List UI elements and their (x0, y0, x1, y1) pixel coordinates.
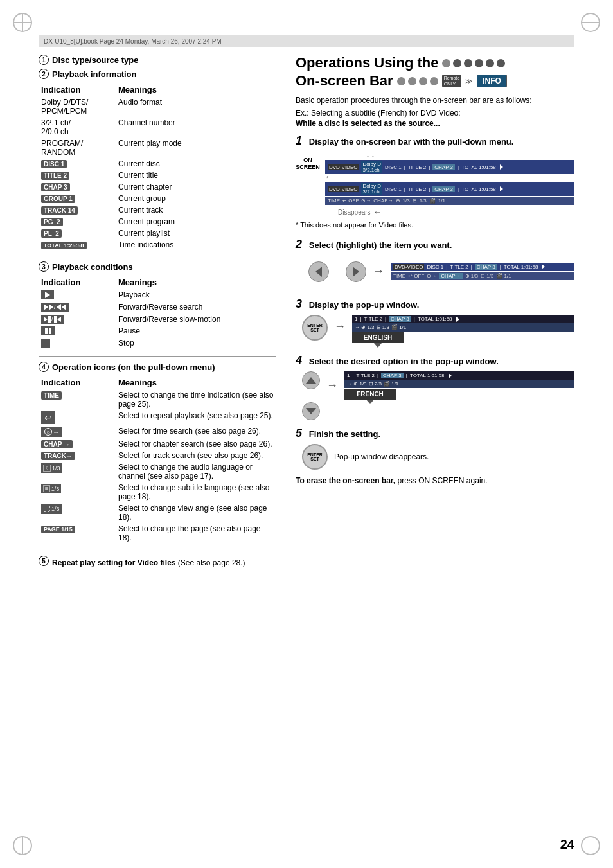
corner-mark-br (581, 836, 600, 855)
table-row: PROGRAM/RANDOM Current play mode (39, 137, 276, 158)
meaning-cell: Current disc (116, 158, 276, 170)
step-2: 2 Select (highlight) the item you want. (296, 238, 574, 291)
indicator-cell: TIME (39, 389, 116, 410)
meaning-cell: Audio format (116, 96, 276, 117)
ops-example: Ex.: Selecting a subtitle (French) for D… (296, 109, 574, 118)
popup-french: FRENCH (344, 389, 396, 400)
section-4-title: Operation icons (on the pull-down menu) (52, 362, 215, 372)
table-row: ↩ Select to repeat playback (see also pa… (39, 410, 276, 425)
ops-intro: Basic operation procedures through the o… (296, 94, 574, 106)
table-row: CHAP → Select for chapter search (see al… (39, 438, 276, 450)
section-3-table: Indication Meanings Playback (39, 276, 276, 351)
indicator-cell: CHAP 3 (39, 181, 116, 193)
table-row: ≡ 1/3 Select to change subtitle language… (39, 482, 276, 502)
step-4-instruction: Select the desired option in the pop-up … (309, 357, 499, 366)
indicator-cell: PROGRAM/RANDOM (39, 137, 116, 158)
meaning-cell: Current playlist (116, 227, 276, 239)
indicator-cell (39, 289, 116, 301)
ops-title-line1: Operations Using the (296, 55, 438, 71)
table-row: / Forward/Reverse slow-motion (39, 314, 276, 325)
step-3-popup: 1| TITLE 2| CHAP 3| TOTAL 1:01:58 → ⊕ 1/… (352, 315, 574, 348)
osd-bar-1: DVD-VIDEO Dolby D3/2.1ch DISC 1 | TITLE … (325, 160, 574, 174)
title-dot (408, 77, 416, 85)
section-4-header: 4 Operation icons (on the pull-down menu… (39, 362, 276, 372)
col-indication: Indication (39, 83, 116, 96)
meaning-cell: Time indications (116, 239, 276, 251)
title-dot (464, 59, 472, 67)
title-dot (419, 77, 427, 85)
step-1-illustration: ONSCREEN ↓ ↓ DVD-VIDEO Dolby D3/2.1ch (296, 152, 574, 217)
meaning-cell: Select to change the time indication (se… (116, 389, 276, 410)
step-3: 3 Display the pop-up window. ENTER SET →… (296, 297, 574, 348)
meaning-cell: Current track (116, 204, 276, 216)
down-arrow-btn[interactable] (302, 402, 320, 420)
meaning-cell: Select for track search (see also page 2… (116, 450, 276, 461)
indicator-cell: ⛶ 1/3 (39, 502, 116, 523)
indicator-cell: PL 2 (39, 227, 116, 239)
title-dot (397, 77, 405, 85)
disappears-label: Disappears ← (325, 207, 574, 217)
indicator-cell: ≡ 1/3 (39, 482, 116, 502)
indicator-cell: TRACK→ (39, 450, 116, 461)
table-row: ⛶ 1/3 Select to change view angle (see a… (39, 502, 276, 523)
section-2-num: 2 (39, 69, 49, 79)
step-5-illustration: ENTER SET Pop-up window disappears. (302, 444, 574, 470)
meaning-cell: Forward/Reverse slow-motion (116, 314, 276, 325)
title-dot (486, 59, 494, 67)
title-dot (430, 77, 438, 85)
title-dot (442, 59, 450, 67)
step-1-instruction: Display the on-screen bar with the pull-… (309, 137, 514, 146)
indicator-cell: Dolby D/DTS/PPCM/LPCM (39, 96, 116, 117)
meaning-cell: Playback (116, 289, 276, 301)
osd-bar-3: TIME ↩ OFF ⊙→ CHAP→ ⊕ 1/3 ⊟ 1/3 🎬 1/1 (325, 197, 574, 205)
step-4: 4 Select the desired option in the pop-u… (296, 354, 574, 420)
col-meanings: Meanings (116, 83, 276, 96)
table-row: TRACK 14 Current track (39, 204, 276, 216)
indicator-cell: PG 2 (39, 216, 116, 227)
table-row: PAGE 1/15 Select to change the page (see… (39, 523, 276, 544)
step-5-instruction: Finish the setting. (309, 429, 380, 439)
arrow-right-indicator: → (373, 265, 384, 278)
table-row: TITLE 2 Current title (39, 170, 276, 181)
section-2-table: Indication Meanings Dolby D/DTS/PPCM/LPC… (39, 83, 276, 251)
table-row: ♫ 1/3 Select to change the audio languag… (39, 461, 276, 482)
meaning-cell: Stop (116, 337, 276, 351)
left-arrow-btn[interactable] (308, 261, 329, 282)
indicator-cell: / (39, 301, 116, 314)
ops-title-block: Operations Using the On-screen Bar (296, 55, 574, 89)
erase-note-bold: To erase the on-screen bar, (296, 476, 395, 485)
arrow-indicator2: → (326, 379, 338, 393)
table-row: TRACK→ Select for track search (see also… (39, 450, 276, 461)
table-row: Playback (39, 289, 276, 301)
step-5-note: Pop-up window disappears. (334, 452, 429, 461)
section-4-num: 4 (39, 362, 49, 372)
table-row: PL 2 Current playlist (39, 227, 276, 239)
indicator-cell: CHAP → (39, 438, 116, 450)
indicator-cell: 3/2.1 ch/2/0.0 ch (39, 117, 116, 137)
step-1-num: 1 (296, 134, 302, 147)
page-number: 24 (560, 837, 574, 852)
col-meanings: Meanings (116, 376, 276, 389)
section-3-num: 3 (39, 261, 49, 272)
title-dot (475, 59, 483, 67)
meaning-cell: Current program (116, 216, 276, 227)
table-row: 3/2.1 ch/2/0.0 ch Channel number (39, 117, 276, 137)
table-row: DISC 1 Current disc (39, 158, 276, 170)
corner-mark-tl (13, 13, 32, 32)
enter-set-button-5[interactable]: ENTER SET (302, 444, 328, 470)
popup-english: ENGLISH (352, 332, 404, 343)
enter-set-button[interactable]: ENTER SET (302, 315, 328, 341)
indicator-cell: ↩ (39, 410, 116, 425)
meaning-cell: Current group (116, 193, 276, 204)
indicator-cell: TITLE 2 (39, 170, 116, 181)
step-2-num: 2 (296, 238, 302, 251)
up-arrow-btn[interactable] (302, 371, 320, 389)
indicator-cell: DISC 1 (39, 158, 116, 170)
meaning-cell: Select to change the audio language or c… (116, 461, 276, 482)
meaning-cell: Select to change subtitle language (see … (116, 482, 276, 502)
indicator-cell (39, 325, 116, 337)
meaning-cell: Select to change the page (see also page… (116, 523, 276, 544)
right-arrow-btn[interactable] (346, 261, 366, 282)
section-5-title: Repeat play setting for Video files (See… (52, 558, 245, 567)
erase-note: To erase the on-screen bar, press ON SCR… (296, 476, 574, 485)
